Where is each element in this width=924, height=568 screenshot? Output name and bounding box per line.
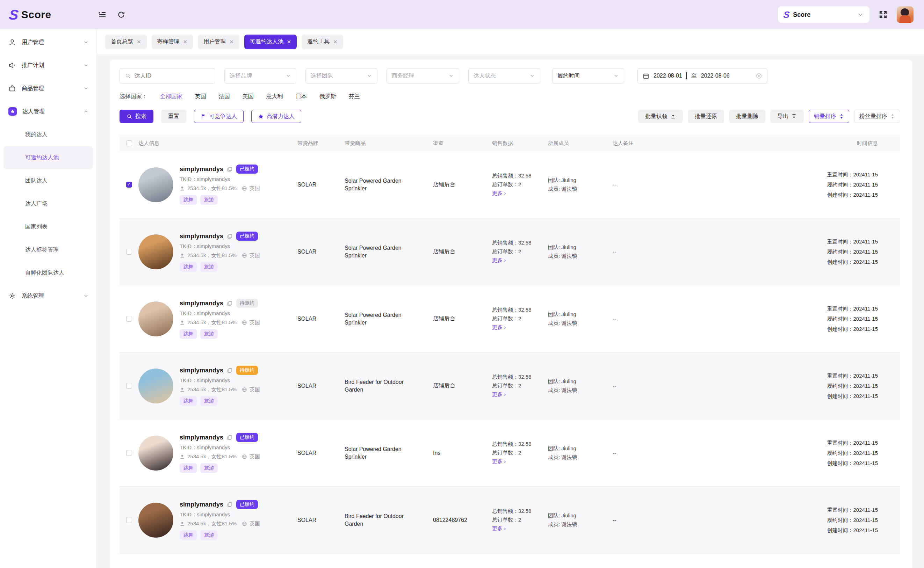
followers-sort-button[interactable]: 粉丝量排序 — [854, 110, 900, 123]
close-icon[interactable]: ✕ — [333, 39, 337, 45]
row-checkbox[interactable] — [126, 182, 132, 187]
talent-name[interactable]: simplymandys — [180, 434, 223, 441]
batch-claim-button[interactable]: 批量认领 — [638, 110, 683, 123]
sidebar-item-talent-management[interactable]: 达人管理 — [0, 100, 97, 123]
time-type-select[interactable]: 履约时间 — [552, 68, 624, 83]
country-option-all[interactable]: 全部国家 — [160, 93, 182, 100]
copy-icon[interactable] — [227, 367, 233, 373]
talent-status-select[interactable]: 达人状态 — [468, 68, 540, 83]
talent-tag[interactable]: 跳舞 — [180, 463, 197, 473]
date-start-value[interactable]: 2022-08-01 — [653, 73, 682, 79]
country-option-usa[interactable]: 美国 — [242, 93, 254, 100]
tab-invitable-talent-pool[interactable]: 可邀约达人池✕ — [244, 35, 297, 49]
row-checkbox[interactable] — [126, 450, 132, 456]
sidebar-collapse-icon[interactable] — [98, 11, 107, 19]
date-end-value[interactable]: 2022-08-06 — [701, 73, 730, 79]
search-button[interactable]: 搜索 — [119, 110, 153, 123]
sidebar-item-promotion-plan[interactable]: 推广计划 — [0, 54, 97, 77]
talent-tag[interactable]: 旅游 — [200, 396, 218, 406]
copy-icon[interactable] — [227, 233, 233, 239]
high-potential-talents-button[interactable]: 高潜力达人 — [251, 110, 301, 123]
user-avatar[interactable] — [897, 6, 913, 23]
export-button[interactable]: 导出 — [770, 110, 804, 123]
batch-delete-button[interactable]: 批量删除 — [729, 110, 765, 123]
competitive-talents-button[interactable]: 可竞争达人 — [194, 110, 243, 123]
talent-tag[interactable]: 跳舞 — [180, 195, 197, 205]
talent-tag[interactable]: 跳舞 — [180, 262, 197, 272]
sidebar-item-system-management[interactable]: 系统管理 — [0, 284, 97, 307]
talent-name[interactable]: simplymandys — [180, 367, 223, 374]
sidebar-item-my-talents[interactable]: 我的达人 — [3, 123, 93, 146]
talent-tag[interactable]: 跳舞 — [180, 530, 197, 540]
note-cell: -- — [607, 450, 813, 456]
sidebar-item-country-list[interactable]: 国家列表 — [3, 215, 93, 238]
talent-tag[interactable]: 旅游 — [200, 463, 218, 473]
talent-tag[interactable]: 旅游 — [200, 530, 218, 540]
reset-button[interactable]: 重置 — [161, 110, 186, 123]
select-all-checkbox[interactable] — [126, 140, 132, 147]
row-checkbox[interactable] — [126, 517, 132, 523]
country-option-france[interactable]: 法国 — [219, 93, 230, 100]
fullscreen-icon[interactable] — [879, 10, 888, 19]
close-icon[interactable]: ✕ — [183, 39, 188, 45]
tab-user-management[interactable]: 用户管理✕ — [198, 35, 239, 49]
more-link[interactable]: 更多 › — [492, 458, 543, 465]
talent-tag[interactable]: 跳舞 — [180, 396, 197, 406]
copy-icon[interactable] — [227, 166, 233, 172]
brand-select[interactable]: 选择品牌 — [224, 68, 296, 83]
country-option-finland[interactable]: 芬兰 — [349, 93, 360, 100]
close-icon[interactable]: ✕ — [137, 39, 141, 45]
sidebar-item-user-management[interactable]: 用户管理 — [0, 31, 97, 54]
more-link[interactable]: 更多 › — [492, 190, 543, 197]
talent-tag[interactable]: 旅游 — [200, 195, 218, 205]
sidebar-item-talent-square[interactable]: 达人广场 — [3, 192, 93, 215]
tab-sample-management[interactable]: 寄样管理✕ — [152, 35, 193, 49]
globe-icon — [242, 521, 247, 526]
text-caret — [687, 72, 687, 79]
talent-tag[interactable]: 旅游 — [200, 262, 218, 272]
tab-invitation-tools[interactable]: 邀约工具✕ — [302, 35, 343, 49]
batch-restore-button[interactable]: 批量还原 — [688, 110, 724, 123]
sidebar-item-self-incubated-team-talents[interactable]: 自孵化团队达人 — [3, 261, 93, 284]
business-manager-select[interactable]: 商务经理 — [387, 68, 459, 83]
row-checkbox[interactable] — [126, 249, 132, 255]
talent-name[interactable]: simplymandys — [180, 501, 223, 508]
country-option-uk[interactable]: 英国 — [195, 93, 206, 100]
talent-name[interactable]: simplymandys — [180, 300, 223, 307]
close-icon[interactable]: ✕ — [287, 39, 292, 45]
country-option-russia[interactable]: 俄罗斯 — [319, 93, 336, 100]
sales-sort-button[interactable]: 销量排序 — [809, 110, 849, 123]
close-icon[interactable]: ✕ — [229, 39, 234, 45]
clear-icon[interactable] — [756, 73, 762, 79]
sidebar-item-label: 团队达人 — [25, 177, 47, 184]
date-range-picker[interactable]: 2022-08-01 至 2022-08-06 — [637, 68, 767, 83]
row-checkbox[interactable] — [126, 316, 132, 322]
talent-tag[interactable]: 跳舞 — [180, 329, 197, 339]
copy-icon[interactable] — [227, 301, 233, 307]
more-link[interactable]: 更多 › — [492, 257, 543, 264]
sidebar-item-invitable-talent-pool[interactable]: 可邀约达人池 — [3, 146, 93, 169]
more-link[interactable]: 更多 › — [492, 526, 543, 532]
talent-id-input[interactable] — [135, 73, 204, 79]
workspace-select[interactable]: S Score — [778, 6, 870, 23]
talent-name[interactable]: simplymandys — [180, 233, 223, 240]
more-link[interactable]: 更多 › — [492, 324, 543, 331]
column-header-channel: 渠道 — [428, 140, 487, 147]
talent-id-search-input[interactable] — [119, 68, 215, 83]
tab-home-overview[interactable]: 首页总览✕ — [105, 35, 147, 49]
sidebar-item-team-talents[interactable]: 团队达人 — [3, 169, 93, 192]
more-link[interactable]: 更多 › — [492, 391, 543, 398]
sidebar-item-talent-tag-management[interactable]: 达人标签管理 — [3, 238, 93, 261]
team-select[interactable]: 选择团队 — [305, 68, 377, 83]
country-option-japan[interactable]: 日本 — [296, 93, 307, 100]
sidebar-item-product-management[interactable]: 商品管理 — [0, 77, 97, 100]
avatar — [138, 369, 173, 403]
talent-name[interactable]: simplymandys — [180, 166, 223, 173]
talent-tag[interactable]: 旅游 — [200, 329, 218, 339]
copy-icon[interactable] — [227, 435, 233, 441]
product-cell: Bird Feeder for Outdoor Garden — [339, 378, 428, 394]
refresh-icon[interactable] — [117, 11, 126, 19]
copy-icon[interactable] — [227, 502, 233, 508]
country-option-italy[interactable]: 意大利 — [266, 93, 283, 100]
row-checkbox[interactable] — [126, 383, 132, 389]
